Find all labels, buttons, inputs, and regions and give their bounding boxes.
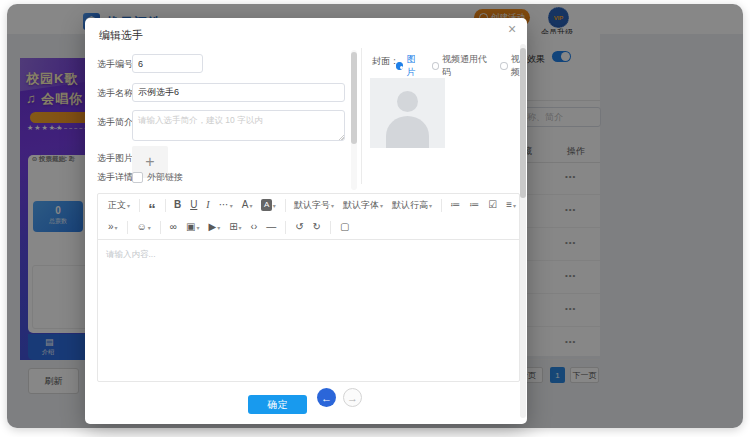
toolbar-divider (127, 221, 128, 234)
forward-arrow-icon: → (347, 392, 358, 404)
paragraph-style-dropdown[interactable]: 正文▾ (105, 196, 133, 214)
italic-icon[interactable]: I (203, 196, 212, 214)
modal-scrollbar[interactable] (520, 44, 526, 418)
player-detail-label: 选手详情 (97, 171, 133, 184)
image-dropdown[interactable]: ▣▾ (183, 218, 202, 236)
avatar-silhouette-head (397, 91, 418, 112)
editor-placeholder: 请输入内容... (106, 249, 156, 261)
emoji-dropdown[interactable]: ☺▾ (134, 218, 154, 236)
font-size-dropdown[interactable]: 默认字号▾ (291, 196, 337, 214)
toolbar-divider (160, 221, 161, 234)
upload-plus-icon: + (145, 153, 154, 171)
toolbar-divider (330, 221, 331, 234)
cover-type-radio-group: 图片视频通用代码视频 (396, 53, 527, 79)
bg-color-dropdown[interactable]: A▾ (258, 196, 278, 214)
confirm-button[interactable]: 确定 (248, 395, 307, 414)
fullscreen-icon[interactable]: ▢ (337, 218, 352, 236)
link-icon[interactable]: ∞ (167, 218, 180, 236)
code-block-icon[interactable]: ‹› (248, 218, 261, 236)
forward-arrow-button[interactable]: → (343, 388, 362, 407)
textarea-resize-handle[interactable] (338, 134, 344, 140)
ordered-list-icon[interactable]: ≔ (447, 196, 463, 214)
modal-scrollbar-thumb[interactable] (520, 48, 526, 198)
editor-toolbar-row2: »▾☺▾∞▣▾▶▾⊞▾‹›—↺↻▢ (98, 216, 519, 238)
radio-dot-icon (432, 62, 439, 70)
edit-player-modal: 编辑选手 × 选手编号 选手名称 选手简介 选手图片 + 选手详情 外部链接 封… (85, 18, 527, 424)
player-number-label: 选手编号 (97, 58, 133, 71)
avatar-silhouette-body (386, 116, 429, 148)
font-color-dropdown[interactable]: A▾ (239, 196, 256, 214)
video-dropdown[interactable]: ▶▾ (205, 218, 223, 236)
line-height-dropdown[interactable]: 默认行高▾ (389, 196, 435, 214)
back-arrow-icon: ← (321, 392, 332, 404)
editor-toolbar-row1: 正文▾“BUI⋯▾A▾A▾默认字号▾默认字体▾默认行高▾≔≔☑≡▾ (98, 194, 519, 216)
external-link-checkbox[interactable] (132, 172, 143, 183)
justify-dropdown[interactable]: ≡▾ (503, 196, 519, 214)
player-name-input[interactable] (132, 83, 345, 102)
redo-icon[interactable]: ↻ (310, 218, 324, 236)
radio-dot-icon (500, 62, 507, 70)
form-scrollbar[interactable] (351, 50, 357, 190)
more-styles-dropdown[interactable]: ⋯▾ (216, 196, 236, 214)
todo-list-icon[interactable]: ☑ (485, 196, 500, 214)
form-scrollbar-thumb[interactable] (351, 52, 357, 144)
editor-content-area[interactable]: 请输入内容... (98, 240, 519, 381)
player-number-input[interactable] (132, 54, 203, 73)
rich-text-editor: 正文▾“BUI⋯▾A▾A▾默认字号▾默认字体▾默认行高▾≔≔☑≡▾ »▾☺▾∞▣… (97, 193, 520, 382)
cover-image-preview[interactable] (370, 78, 445, 148)
player-intro-label: 选手简介 (97, 116, 133, 129)
player-intro-textarea[interactable] (132, 110, 345, 141)
divider-line-icon[interactable]: — (263, 218, 279, 236)
undo-icon[interactable]: ↺ (292, 218, 306, 236)
modal-title: 编辑选手 (99, 28, 143, 43)
external-link-label: 外部链接 (147, 171, 183, 184)
table-dropdown[interactable]: ⊞▾ (226, 218, 244, 236)
toolbar-divider (285, 221, 286, 234)
indent-dropdown[interactable]: »▾ (105, 218, 121, 236)
close-icon[interactable]: × (504, 21, 520, 37)
cover-label: 封面： (372, 55, 399, 68)
back-arrow-button[interactable]: ← (317, 388, 336, 407)
player-image-label: 选手图片 (97, 152, 133, 165)
bold-icon[interactable]: B (171, 196, 184, 214)
font-family-dropdown[interactable]: 默认字体▾ (340, 196, 386, 214)
player-name-label: 选手名称 (97, 87, 133, 100)
underline-icon[interactable]: U (187, 196, 200, 214)
bullet-list-icon[interactable]: ≔ (466, 196, 482, 214)
radio-dot-icon (396, 62, 403, 70)
column-divider (361, 48, 362, 184)
blockquote-icon[interactable]: “ (145, 196, 159, 214)
